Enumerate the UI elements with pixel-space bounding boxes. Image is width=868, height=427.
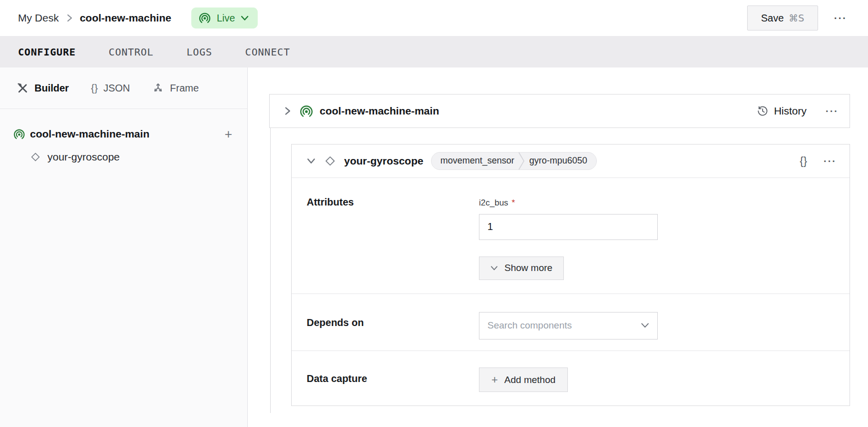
nav-tab-bar: CONFIGURE CONTROL LOGS CONNECT bbox=[0, 36, 868, 68]
data-capture-label: Data capture bbox=[307, 351, 479, 406]
machine-part-card: cool-new-machine-main History ··· bbox=[269, 94, 850, 128]
viam-broadcast-icon bbox=[299, 104, 314, 118]
breadcrumb: My Desk cool-new-machine bbox=[18, 12, 171, 24]
card-overflow-menu-icon[interactable]: ··· bbox=[826, 106, 839, 116]
braces-icon[interactable]: {} bbox=[800, 154, 807, 168]
tree-item-label: cool-new-machine-main bbox=[30, 128, 149, 140]
top-bar: My Desk cool-new-machine Live Save bbox=[0, 0, 868, 36]
overflow-menu-icon[interactable]: ··· bbox=[834, 13, 847, 23]
machine-part-title: cool-new-machine-main bbox=[320, 105, 439, 117]
depends-on-label: Depends on bbox=[307, 294, 479, 351]
field-name-i2c-bus: i2c_bus bbox=[479, 198, 508, 208]
search-components-input[interactable] bbox=[479, 312, 657, 339]
component-model-tag: gyro-mpu6050 bbox=[525, 156, 596, 166]
tools-icon bbox=[16, 82, 29, 94]
attributes-label: Attributes bbox=[307, 178, 479, 294]
tree-item-your-gyroscope[interactable]: your-gyroscope bbox=[0, 146, 247, 168]
tree-item-label: your-gyroscope bbox=[47, 151, 120, 163]
save-shortcut: ⌘S bbox=[789, 12, 804, 24]
tree-item-machine-main[interactable]: cool-new-machine-main + bbox=[0, 122, 247, 146]
data-capture-section: Data capture + Add method bbox=[292, 351, 850, 406]
i2c-bus-input[interactable] bbox=[479, 214, 658, 240]
component-type-model-chip: movement_sensor gyro-mpu6050 bbox=[431, 152, 597, 170]
diamond-icon bbox=[30, 152, 41, 162]
breadcrumb-separator-icon bbox=[66, 14, 73, 22]
tab-logs[interactable]: LOGS bbox=[186, 46, 212, 58]
nesting-connector-line bbox=[270, 128, 271, 413]
mode-label: Builder bbox=[34, 82, 69, 94]
chevron-down-icon bbox=[641, 322, 649, 328]
save-button[interactable]: Save ⌘S bbox=[747, 6, 818, 30]
config-sidebar: Builder {} JSON bbox=[0, 68, 248, 427]
live-status-badge[interactable]: Live bbox=[191, 8, 258, 28]
chevron-down-icon bbox=[241, 16, 249, 21]
required-asterisk: * bbox=[512, 198, 515, 208]
component-card-header: your-gyroscope movement_sensor gyro-mpu6… bbox=[292, 144, 850, 178]
viam-broadcast-icon bbox=[198, 12, 211, 24]
mode-tab-json[interactable]: {} JSON bbox=[91, 82, 130, 94]
add-method-button[interactable]: + Add method bbox=[479, 368, 568, 392]
plus-icon: + bbox=[491, 374, 498, 386]
component-title: your-gyroscope bbox=[344, 155, 424, 167]
mode-label: JSON bbox=[103, 82, 130, 94]
depends-on-section: Depends on bbox=[292, 294, 850, 352]
chevron-down-icon[interactable] bbox=[307, 157, 316, 164]
mode-tab-builder[interactable]: Builder bbox=[16, 82, 69, 94]
attributes-section: Attributes i2c_bus * Show bbox=[292, 178, 850, 294]
braces-icon: {} bbox=[91, 82, 98, 94]
config-mode-tabs: Builder {} JSON bbox=[0, 68, 247, 109]
viam-broadcast-icon bbox=[13, 128, 25, 140]
depends-on-select[interactable] bbox=[479, 312, 658, 340]
chevron-right-icon[interactable] bbox=[284, 106, 291, 116]
show-more-label: Show more bbox=[504, 262, 552, 274]
save-label: Save bbox=[761, 12, 784, 24]
viam-config-page: My Desk cool-new-machine Live Save bbox=[0, 0, 868, 427]
chevron-down-icon bbox=[490, 266, 498, 271]
component-tree: cool-new-machine-main + your-gyroscope bbox=[0, 109, 247, 168]
top-bar-actions: Save ⌘S ··· bbox=[747, 6, 847, 30]
mode-label: Frame bbox=[170, 82, 199, 94]
live-label: Live bbox=[217, 12, 235, 24]
history-icon bbox=[757, 105, 769, 117]
history-button[interactable]: History bbox=[757, 105, 807, 117]
mode-tab-frame[interactable]: Frame bbox=[152, 82, 199, 94]
page-body: Builder {} JSON bbox=[0, 68, 868, 427]
tab-configure[interactable]: CONFIGURE bbox=[18, 46, 76, 58]
show-more-button[interactable]: Show more bbox=[479, 256, 564, 280]
breadcrumb-parent-link[interactable]: My Desk bbox=[18, 12, 59, 24]
add-method-label: Add method bbox=[504, 374, 555, 386]
card-overflow-menu-icon[interactable]: ··· bbox=[824, 156, 837, 166]
chip-separator-icon bbox=[517, 152, 525, 170]
config-main-panel: cool-new-machine-main History ··· bbox=[248, 68, 868, 427]
machine-name: cool-new-machine bbox=[80, 12, 171, 24]
tab-connect[interactable]: CONNECT bbox=[245, 46, 290, 58]
history-label: History bbox=[774, 105, 807, 117]
tab-control[interactable]: CONTROL bbox=[109, 46, 154, 58]
frame-icon bbox=[152, 82, 164, 94]
component-card-your-gyroscope: your-gyroscope movement_sensor gyro-mpu6… bbox=[291, 144, 850, 406]
diamond-icon bbox=[324, 155, 336, 167]
component-type-tag: movement_sensor bbox=[432, 156, 517, 166]
add-component-icon[interactable]: + bbox=[225, 126, 232, 142]
